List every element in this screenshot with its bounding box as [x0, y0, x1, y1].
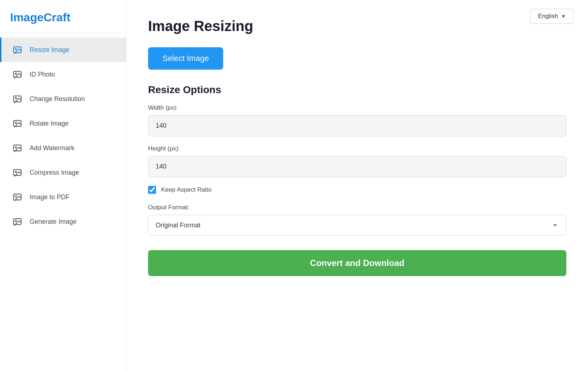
page-title: Image Resizing — [148, 18, 566, 34]
sidebar-label-compress-image: Compress Image — [30, 169, 79, 176]
rotate-image-icon — [12, 118, 23, 129]
chevron-down-icon: ▼ — [561, 13, 566, 19]
sidebar-item-id-photo[interactable]: ID Photo — [0, 62, 126, 87]
sidebar-item-compress-image[interactable]: Compress Image — [0, 160, 126, 185]
sidebar-item-rotate-image[interactable]: Rotate Image — [0, 111, 126, 136]
logo-container: ImageCraft — [0, 0, 126, 33]
select-image-button[interactable]: Select Image — [148, 47, 223, 70]
svg-point-9 — [15, 147, 17, 148]
sidebar-label-resize-image: Resize Image — [30, 46, 69, 54]
svg-point-11 — [15, 171, 17, 173]
height-label: Height (px): — [148, 145, 566, 152]
resize-options-title: Resize Options — [148, 84, 566, 96]
height-field-group: Height (px): — [148, 145, 566, 186]
language-label: English — [538, 13, 558, 20]
main-content: English ▼ Image Resizing Select Image Re… — [126, 0, 588, 371]
keep-aspect-ratio-row: Keep Aspect Ratio — [148, 186, 566, 194]
keep-aspect-ratio-checkbox[interactable] — [148, 186, 156, 194]
resize-image-icon — [12, 44, 23, 56]
add-watermark-icon — [12, 142, 23, 154]
svg-point-7 — [15, 122, 17, 124]
height-input[interactable] — [148, 156, 566, 177]
generate-image-icon — [12, 216, 23, 227]
svg-point-15 — [15, 221, 17, 222]
nav-list: Resize Image ID Photo Chan — [0, 33, 126, 371]
width-input[interactable] — [148, 115, 566, 136]
svg-point-1 — [15, 49, 17, 50]
app-logo: ImageCraft — [10, 11, 70, 24]
sidebar-item-image-to-pdf[interactable]: Image to PDF — [0, 185, 126, 209]
output-format-label: Output Format: — [148, 204, 566, 211]
sidebar-label-id-photo: ID Photo — [30, 71, 55, 78]
compress-image-icon — [12, 167, 23, 178]
sidebar-item-add-watermark[interactable]: Add Watermark — [0, 136, 126, 160]
id-photo-icon — [12, 69, 23, 80]
sidebar-item-resize-image[interactable]: Resize Image — [0, 38, 126, 62]
sidebar: ImageCraft Resize Image I — [0, 0, 126, 371]
sidebar-item-generate-image[interactable]: Generate Image — [0, 209, 126, 234]
sidebar-label-rotate-image: Rotate Image — [30, 120, 69, 127]
sidebar-label-change-resolution: Change Resolution — [30, 95, 85, 103]
change-resolution-icon — [12, 93, 23, 105]
svg-point-5 — [15, 98, 17, 99]
language-selector-button[interactable]: English ▼ — [530, 9, 574, 24]
sidebar-label-image-to-pdf: Image to PDF — [30, 193, 70, 201]
svg-point-3 — [15, 73, 17, 75]
svg-point-13 — [15, 196, 17, 197]
output-format-select[interactable]: Original Format JPG PNG WEBP BMP GIF — [148, 215, 566, 236]
keep-aspect-ratio-label: Keep Aspect Ratio — [161, 186, 212, 193]
convert-download-button[interactable]: Convert and Download — [148, 250, 566, 276]
width-label: Width (px): — [148, 104, 566, 112]
language-selector-container: English ▼ — [530, 9, 574, 24]
sidebar-label-add-watermark: Add Watermark — [30, 144, 74, 152]
width-field-group: Width (px): — [148, 104, 566, 145]
sidebar-label-generate-image: Generate Image — [30, 218, 77, 226]
image-to-pdf-icon — [12, 191, 23, 203]
sidebar-item-change-resolution[interactable]: Change Resolution — [0, 87, 126, 111]
output-format-group: Output Format: Original Format JPG PNG W… — [148, 204, 566, 247]
